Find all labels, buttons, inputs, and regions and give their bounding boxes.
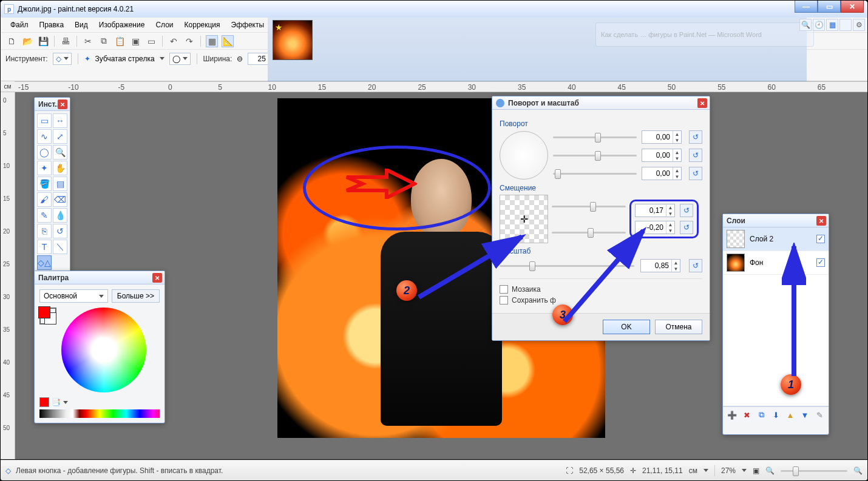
- serrated-arrow-shape[interactable]: [344, 169, 417, 199]
- scale-slider[interactable]: [500, 261, 634, 271]
- status-zoom[interactable]: 27%: [721, 466, 736, 475]
- tool-lasso[interactable]: ∿: [37, 129, 52, 144]
- toggle-layers-icon[interactable]: ▦: [826, 19, 838, 31]
- rotate-value-3[interactable]: ▲▼: [642, 167, 682, 180]
- save-file-icon[interactable]: 💾: [37, 35, 49, 47]
- add-layer-icon[interactable]: ➕: [727, 409, 737, 420]
- move-up-icon[interactable]: ▲: [785, 409, 796, 420]
- cut-icon[interactable]: ✂: [82, 35, 94, 47]
- menu-edit[interactable]: Правка: [35, 18, 69, 32]
- close-icon[interactable]: ✕: [816, 216, 826, 226]
- close-icon[interactable]: ✕: [58, 99, 67, 109]
- undo-icon[interactable]: ↶: [168, 35, 180, 47]
- toggle-tools-icon[interactable]: 🔍: [799, 19, 812, 31]
- reset-icon[interactable]: ↺: [680, 221, 693, 234]
- shape-style-picker[interactable]: ◯: [169, 53, 191, 65]
- close-icon[interactable]: ✕: [152, 273, 162, 283]
- move-down-icon[interactable]: ▼: [799, 409, 810, 420]
- offset-x-value[interactable]: ▲▼: [635, 204, 675, 217]
- instrument-picker[interactable]: ◇: [53, 53, 72, 65]
- fit-window-icon[interactable]: ▣: [753, 466, 759, 475]
- menu-view[interactable]: Вид: [70, 18, 93, 32]
- window-maximize-button[interactable]: ▭: [818, 1, 841, 13]
- rotate-slider-1[interactable]: [553, 132, 637, 142]
- grid-toggle-icon[interactable]: ▦: [206, 35, 218, 47]
- offset-preview[interactable]: [500, 195, 548, 243]
- width-decrease-icon[interactable]: ⊖: [237, 55, 243, 63]
- open-file-icon[interactable]: 📂: [21, 35, 33, 47]
- preserve-checkbox[interactable]: [500, 296, 508, 304]
- tool-line[interactable]: ＼: [53, 240, 67, 254]
- document-thumb[interactable]: ★: [273, 20, 313, 60]
- tool-move-selected[interactable]: ↔: [53, 113, 67, 128]
- zoom-out-icon[interactable]: 🔍: [765, 466, 775, 475]
- toggle-history-icon[interactable]: 🕘: [813, 19, 825, 31]
- tool-eraser[interactable]: ⌫: [53, 192, 67, 207]
- zoom-slider[interactable]: [781, 466, 847, 476]
- new-file-icon[interactable]: 🗋: [5, 35, 18, 47]
- crop-icon[interactable]: ▣: [129, 35, 141, 47]
- tool-recolor[interactable]: ↺: [53, 224, 67, 238]
- menu-layers[interactable]: Слои: [151, 18, 178, 32]
- copy-icon[interactable]: ⧉: [98, 35, 110, 47]
- tool-magic-wand[interactable]: ✦: [37, 161, 52, 175]
- reset-icon[interactable]: ↺: [689, 259, 702, 272]
- reset-icon[interactable]: ↺: [680, 204, 693, 217]
- reset-icon[interactable]: ↺: [689, 130, 702, 144]
- toggle-colors-icon[interactable]: [839, 19, 852, 31]
- layer-item[interactable]: Фон: [723, 251, 829, 275]
- layer-visibility-checkbox[interactable]: [816, 258, 825, 267]
- close-icon[interactable]: ✕: [697, 98, 707, 108]
- rotate-value-2[interactable]: ▲▼: [642, 149, 682, 162]
- tool-gradient[interactable]: ▤: [53, 177, 67, 191]
- mosaic-checkbox[interactable]: [500, 285, 508, 294]
- layer-visibility-checkbox[interactable]: [816, 235, 825, 243]
- redo-icon[interactable]: ↷: [183, 35, 195, 47]
- duplicate-layer-icon[interactable]: ⧉: [756, 409, 767, 420]
- tool-zoom[interactable]: 🔍: [53, 145, 67, 160]
- tool-ellipse-select[interactable]: ◯: [37, 145, 52, 160]
- tools-panel[interactable]: Инст...✕ ▭ ↔ ∿ ⤢ ◯ 🔍 ✦ ✋ 🪣 ▤ 🖌 ⌫ ✎ 💧 ⎘ ↺…: [34, 97, 70, 273]
- color-wheel[interactable]: [61, 308, 146, 392]
- rotate-zoom-dialog[interactable]: Поворот и масштаб✕ Поворот ▲▼ ↺ ▲▼ ↺ ▲▼ …: [492, 96, 710, 341]
- colors-panel[interactable]: Палитра✕ Основной Больше >> 📑: [34, 271, 165, 423]
- print-icon[interactable]: 🖶: [59, 35, 72, 47]
- tool-clone-stamp[interactable]: ⎘: [37, 224, 52, 238]
- tool-pencil[interactable]: ✎: [37, 208, 52, 223]
- rotate-slider-2[interactable]: [553, 150, 637, 160]
- status-units[interactable]: см: [689, 466, 697, 475]
- tool-move-selection[interactable]: ⤢: [53, 129, 67, 144]
- scale-value[interactable]: ▲▼: [640, 259, 680, 272]
- layers-panel[interactable]: Слои✕ Слой 2 Фон ➕ ✖ ⧉ ⬇ ▲ ▼ ✎: [722, 214, 829, 435]
- menu-file[interactable]: Файл: [5, 18, 33, 32]
- tool-paint-bucket[interactable]: 🪣: [37, 177, 52, 191]
- ok-button[interactable]: OK: [603, 320, 650, 334]
- rotate-value-1[interactable]: ▲▼: [642, 130, 682, 144]
- menu-effects[interactable]: Эффекты: [226, 18, 270, 32]
- ruler-toggle-icon[interactable]: 📐: [222, 35, 234, 47]
- deselect-icon[interactable]: ▭: [145, 35, 157, 47]
- tool-rectangle-select[interactable]: ▭: [37, 113, 52, 128]
- tool-text[interactable]: T: [37, 240, 52, 254]
- window-close-button[interactable]: ✕: [841, 1, 864, 13]
- offset-x-slider[interactable]: [552, 201, 626, 211]
- window-minimize-button[interactable]: —: [795, 1, 818, 13]
- offset-y-slider[interactable]: [552, 227, 626, 237]
- recent-color[interactable]: [39, 397, 49, 407]
- layer-properties-icon[interactable]: ✎: [814, 409, 825, 420]
- menu-adjust[interactable]: Коррекция: [180, 18, 225, 32]
- tool-color-picker[interactable]: 💧: [53, 208, 67, 223]
- tool-shapes[interactable]: ◇△: [37, 255, 52, 270]
- shape-name[interactable]: Зубчатая стрелка: [95, 55, 155, 63]
- rotate-slider-3[interactable]: [553, 169, 637, 178]
- paste-icon[interactable]: 📋: [114, 35, 126, 47]
- zoom-in-icon[interactable]: 🔍: [853, 466, 863, 475]
- settings-icon[interactable]: ⚙: [853, 19, 865, 31]
- color-mode-combo[interactable]: Основной: [39, 289, 108, 303]
- palette-add-icon[interactable]: 📑: [52, 398, 61, 406]
- reset-icon[interactable]: ↺: [689, 167, 702, 180]
- layer-item[interactable]: Слой 2: [723, 227, 829, 251]
- merge-down-icon[interactable]: ⬇: [770, 409, 781, 420]
- delete-layer-icon[interactable]: ✖: [741, 409, 752, 420]
- tool-paintbrush[interactable]: 🖌: [37, 192, 52, 207]
